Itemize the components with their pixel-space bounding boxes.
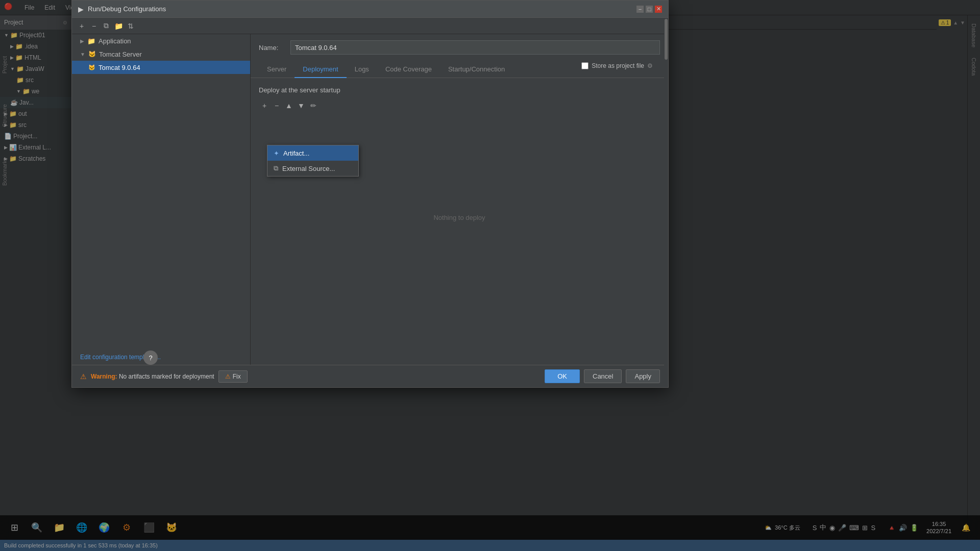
tab-deployment[interactable]: Deployment (295, 61, 346, 78)
tab-logs[interactable]: Logs (347, 61, 377, 78)
tomcat-server-label: Tomcat Server (99, 51, 142, 58)
external-source-label: External Source... (282, 165, 335, 172)
tomcat-config-label: Tomcat 9.0.64 (99, 64, 140, 71)
application-folder-icon: 📁 (87, 37, 95, 45)
tomcat-config-icon: 🐱 (88, 64, 95, 71)
dialog-maximize-button[interactable]: □ (646, 6, 653, 13)
store-as-project-file-checkbox[interactable] (581, 62, 589, 69)
panel-content: Deploy at the server startup + − ▲ ▼ ✏ ✦ (251, 78, 668, 365)
warning-detail: No artifacts marked for deployment (119, 373, 214, 380)
dialog-titlebar: ▶ Run/Debug Configurations − □ ✕ (72, 1, 668, 18)
help-button[interactable]: ? (143, 350, 158, 365)
dialog-title: Run/Debug Configurations (88, 5, 636, 13)
store-gear-icon[interactable]: ⚙ (647, 62, 653, 69)
deploy-move-down-button[interactable]: ▼ (296, 100, 307, 111)
config-tree-item-application[interactable]: ▶ 📁 Application (72, 34, 250, 47)
config-tree: ▶ 📁 Application ▼ 🐱 Tomcat Server 🐱 Tomc… (72, 34, 251, 365)
cancel-button[interactable]: Cancel (584, 369, 622, 383)
application-arrow-icon: ▶ (80, 38, 84, 44)
tab-startup-connection[interactable]: Startup/Connection (440, 61, 513, 78)
apply-button[interactable]: Apply (626, 369, 660, 383)
footer-action-buttons: OK Cancel Apply (545, 369, 660, 383)
deploy-title: Deploy at the server startup (259, 86, 660, 94)
dropdown-external-source-item[interactable]: ⧉ External Source... (267, 161, 358, 176)
fix-label: Fix (233, 373, 241, 380)
name-row: Name: (259, 40, 660, 55)
config-tree-item-tomcat9064[interactable]: 🐱 Tomcat 9.0.64 (72, 61, 250, 74)
deploy-remove-button[interactable]: − (271, 100, 282, 111)
deploy-move-up-button[interactable]: ▲ (283, 100, 295, 111)
nothing-to-deploy-text: Nothing to deploy (433, 214, 485, 221)
application-label: Application (99, 37, 131, 45)
config-panel: Store as project file ⚙ Name: Server Dep… (251, 34, 668, 365)
dialog-footer: ⚠ Warning: No artifacts marked for deplo… (72, 365, 668, 387)
dialog-toolbar: + − ⧉ 📁 ⇅ (72, 18, 668, 34)
copy-config-button[interactable]: ⧉ (101, 20, 112, 32)
warning-icon: ⚠ (80, 372, 87, 381)
config-panel-header: Name: (251, 34, 668, 61)
tab-server[interactable]: Server (259, 61, 295, 78)
move-into-button[interactable]: 📁 (113, 20, 124, 32)
tab-code-coverage[interactable]: Code Coverage (377, 61, 440, 78)
fix-warning-icon: ⚠ (225, 373, 231, 380)
dialog-close-button[interactable]: ✕ (655, 6, 662, 13)
dropdown-artifact-item[interactable]: ✦ Artifact... (267, 145, 358, 161)
deploy-add-button[interactable]: + (259, 100, 270, 111)
dialog-minimize-button[interactable]: − (636, 6, 644, 13)
store-label: Store as project file (592, 62, 644, 69)
footer-warning-area: ⚠ Warning: No artifacts marked for deplo… (80, 370, 545, 383)
config-panel-scrollbar[interactable] (664, 34, 668, 365)
artifact-icon: ✦ (274, 149, 279, 157)
external-source-icon: ⧉ (274, 164, 278, 172)
config-tree-item-tomcat-server[interactable]: ▼ 🐱 Tomcat Server (72, 47, 250, 61)
name-label: Name: (259, 44, 284, 52)
warning-message: Warning: No artifacts marked for deploym… (91, 373, 214, 380)
name-input[interactable] (290, 40, 660, 55)
dialog-body: ▶ 📁 Application ▼ 🐱 Tomcat Server 🐱 Tomc… (72, 34, 668, 365)
tomcat-server-icon: 🐱 (88, 51, 96, 58)
deploy-edit-button[interactable]: ✏ (308, 100, 319, 111)
dialog-window-controls: − □ ✕ (636, 6, 662, 13)
fix-button[interactable]: ⚠ Fix (218, 370, 248, 383)
add-config-button[interactable]: + (76, 20, 87, 32)
store-as-project-file-row: Store as project file ⚙ (581, 62, 653, 69)
warning-label: Warning: (91, 373, 117, 380)
run-debug-dialog: ▶ Run/Debug Configurations − □ ✕ + − ⧉ 📁… (71, 0, 669, 388)
remove-config-button[interactable]: − (88, 20, 100, 32)
ok-button[interactable]: OK (545, 369, 580, 383)
sort-configs-button[interactable]: ⇅ (125, 20, 136, 32)
deploy-add-dropdown: ✦ Artifact... ⧉ External Source... (267, 145, 359, 177)
artifact-label: Artifact... (283, 149, 309, 157)
scrollbar-thumb (665, 34, 668, 60)
tomcat-server-arrow-icon: ▼ (80, 52, 85, 57)
deploy-toolbar: + − ▲ ▼ ✏ (259, 100, 660, 111)
dialog-title-icon: ▶ (78, 5, 84, 13)
